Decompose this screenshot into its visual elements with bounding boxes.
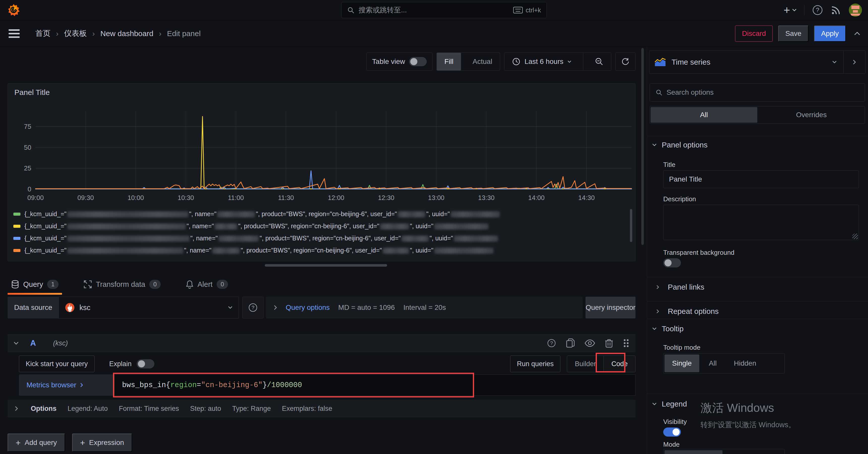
svg-text:?: ? — [816, 6, 819, 13]
repeat-options-section-header[interactable]: Repeat options — [656, 307, 719, 316]
explain-toggle[interactable] — [137, 359, 154, 368]
plus-icon: + — [80, 439, 85, 447]
drag-query-handle[interactable] — [623, 338, 629, 348]
global-search-input[interactable]: 搜索或跳转至... ctrl+k — [341, 2, 547, 18]
duplicate-query-button[interactable] — [566, 338, 575, 348]
time-series-chart[interactable]: 025507509:0009:3010:0010:3011:0011:3012:… — [11, 105, 632, 205]
tooltip-mode-all[interactable]: All — [700, 353, 725, 373]
legend-visibility-toggle[interactable] — [663, 427, 681, 436]
tab-query[interactable]: Query 1 — [7, 275, 62, 294]
news-button[interactable] — [831, 5, 841, 16]
query-inspector-button[interactable]: Query inspector — [586, 297, 636, 318]
apply-button[interactable]: Apply — [814, 26, 846, 42]
series-color-swatch[interactable] — [13, 212, 21, 216]
breadcrumb-home[interactable]: 首页 — [35, 28, 51, 39]
tooltip-section-header[interactable]: Tooltip — [652, 324, 684, 333]
panel-title[interactable]: Panel Title — [14, 88, 50, 97]
grafana-logo-icon[interactable] — [7, 3, 20, 17]
table-view-toggle[interactable] — [409, 57, 427, 66]
tooltip-header-label: Tooltip — [662, 324, 684, 333]
redacted-text — [212, 248, 240, 254]
series-color-swatch[interactable] — [13, 237, 21, 240]
transparent-background-toggle[interactable] — [663, 258, 681, 267]
fill-option[interactable]: Fill — [437, 53, 461, 70]
panel-links-label: Panel links — [668, 283, 704, 291]
legend-label: {_kcm_uuid_="", name="", product="BWS", … — [25, 223, 489, 230]
save-button[interactable]: Save — [778, 26, 808, 42]
top-bar-actions: + ? — [783, 0, 862, 20]
datasource-picker[interactable]: ksc — [59, 297, 239, 318]
discard-button[interactable]: Discard — [735, 26, 773, 42]
breadcrumb-dashboard-name[interactable]: New dashboard — [100, 29, 153, 38]
top-bar: 搜索或跳转至... ctrl+k + ? — [0, 0, 868, 20]
toggle-query-visibility-button[interactable] — [585, 339, 595, 347]
redacted-text — [434, 248, 494, 254]
collapse-sidebar-button[interactable] — [843, 51, 865, 74]
delete-query-button[interactable] — [605, 338, 613, 348]
visualization-picker[interactable]: Time series — [649, 51, 866, 74]
help-button[interactable]: ? — [812, 4, 823, 16]
menu-icon[interactable] — [8, 29, 20, 38]
legend-section-header[interactable]: Legend — [652, 400, 687, 408]
collapse-options-pane-button[interactable] — [854, 32, 861, 36]
legend-item[interactable]: {_kcm_uuid_="", name="", product="BWS", … — [13, 246, 624, 255]
panel-links-section-header[interactable]: Panel links — [656, 283, 704, 291]
tooltip-mode-single[interactable]: Single — [664, 354, 699, 372]
edit-panel-content: Table view Fill Actual Last 6 hours — [0, 47, 647, 454]
help-icon: ? — [547, 338, 556, 348]
divider — [647, 136, 868, 136]
add-query-button[interactable]: + Add query — [7, 433, 65, 452]
tab-alert[interactable]: Alert 0 — [182, 275, 231, 294]
chevron-down-icon — [567, 60, 571, 63]
chevron-right-icon — [80, 383, 83, 387]
legend-item[interactable]: {_kcm_uuid_="", name="", product="BWS", … — [13, 221, 624, 231]
panel-options-section-header[interactable]: Panel options — [652, 141, 708, 149]
new-button[interactable]: + — [783, 5, 797, 15]
tooltip-mode-label: Tooltip mode — [663, 344, 700, 351]
tab-transform-data[interactable]: Transform data 0 — [80, 275, 164, 294]
series-color-swatch[interactable] — [13, 249, 21, 252]
resize-grip-icon[interactable] — [852, 233, 858, 239]
time-range-button[interactable]: Last 6 hours — [504, 53, 579, 70]
refresh-button[interactable] — [615, 53, 636, 71]
run-queries-button[interactable]: Run queries — [510, 356, 561, 372]
query-option-summary: Exemplars: false — [282, 405, 332, 413]
panel-title-input[interactable] — [663, 170, 859, 188]
query-options-summary-row[interactable]: Options Legend: AutoFormat: Time seriesS… — [7, 400, 636, 417]
search-options-input[interactable]: Search options — [650, 83, 865, 102]
expression-label: Expression — [89, 438, 124, 447]
builder-option[interactable]: Builder — [567, 356, 603, 372]
legend-scrollbar[interactable] — [630, 209, 632, 242]
legend-mode-switch-partial[interactable] — [663, 449, 785, 454]
metrics-browser-button[interactable]: Metrics browser — [19, 374, 114, 396]
query-options-button[interactable]: Query options — [286, 304, 330, 312]
legend-item[interactable]: {_kcm_uuid_="", name="", product="BWS", … — [13, 233, 624, 243]
datasource-help-button[interactable]: ? — [242, 297, 264, 318]
add-expression-button[interactable]: + Expression — [72, 433, 132, 452]
time-picker: Last 6 hours — [504, 53, 611, 71]
svg-text:0: 0 — [28, 185, 31, 193]
page-scrollbar[interactable] — [641, 48, 644, 451]
panel-description-input[interactable] — [663, 205, 859, 240]
tab-overrides[interactable]: Overrides — [758, 106, 865, 123]
query-help-button[interactable]: ? — [547, 338, 556, 348]
chevron-down-icon[interactable] — [13, 342, 19, 345]
code-option[interactable]: Code — [603, 356, 635, 372]
actual-option[interactable]: Actual — [465, 53, 500, 70]
description-field-label: Description — [663, 195, 696, 203]
transparent-background-label: Transparent background — [663, 249, 734, 257]
fill-actual-switch: Fill Actual — [436, 53, 500, 71]
kick-start-query-button[interactable]: Kick start your query — [19, 356, 95, 372]
legend-item[interactable]: {_kcm_uuid_="", name="", product="BWS", … — [13, 209, 624, 219]
query-ref-id[interactable]: A — [30, 339, 36, 348]
horizontal-scrollbar[interactable] — [265, 264, 387, 267]
tab-all[interactable]: All — [651, 107, 757, 123]
breadcrumb-dashboards[interactable]: 仪表板 — [64, 28, 87, 39]
avatar[interactable] — [849, 3, 862, 17]
query-header-row[interactable]: A (ksc) ? — [7, 334, 636, 352]
tooltip-mode-hidden[interactable]: Hidden — [725, 353, 765, 373]
tab-alert-label: Alert — [197, 280, 213, 289]
promql-query-input[interactable]: bws_bps_in{region="cn-beijing-6"}/100000… — [114, 374, 636, 396]
series-color-swatch[interactable] — [13, 225, 21, 228]
zoom-out-button[interactable] — [587, 53, 611, 70]
